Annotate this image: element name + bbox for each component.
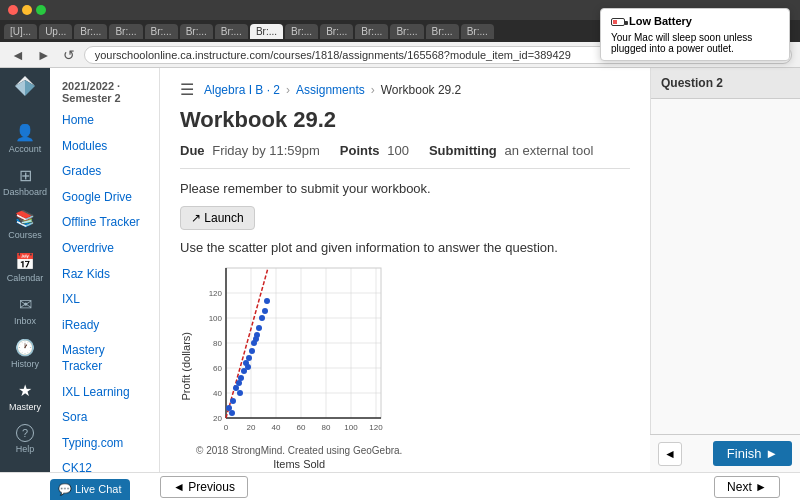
svg-point-45 — [264, 298, 270, 304]
history-icon: 🕐 — [15, 338, 35, 357]
svg-text:80: 80 — [213, 339, 222, 348]
svg-text:20: 20 — [213, 414, 222, 423]
sidebar-item-mastery[interactable]: ★ Mastery — [0, 375, 50, 418]
browser-tab-active[interactable]: Br:... — [250, 24, 283, 39]
reminder-text: Please remember to submit your workbook. — [180, 181, 630, 196]
svg-point-31 — [226, 405, 232, 411]
browser-tab[interactable]: Br:... — [74, 24, 107, 39]
left-nav: 👤 Account ⊞ Dashboard 📚 Courses 📅 Calend… — [0, 68, 50, 500]
browser-tab[interactable]: Up... — [39, 24, 72, 39]
sidebar-item-ixl[interactable]: IXL — [50, 287, 159, 313]
browser-tab[interactable]: Br:... — [180, 24, 213, 39]
sidebar: 2021/2022 · Semester 2 Home Modules Grad… — [50, 68, 160, 500]
launch-button[interactable]: ↗ Launch — [180, 206, 255, 230]
sidebar-item-mastery-tracker[interactable]: Mastery Tracker — [50, 338, 159, 379]
breadcrumb-current: Workbook 29.2 — [381, 83, 462, 97]
svg-point-33 — [233, 385, 239, 391]
mastery-icon: ★ — [18, 381, 32, 400]
browser-tab[interactable]: [U]... — [4, 24, 37, 39]
sidebar-item-typing[interactable]: Typing.com — [50, 431, 159, 457]
sidebar-item-dashboard[interactable]: ⊞ Dashboard — [0, 160, 50, 203]
reload-button[interactable]: ↺ — [60, 47, 78, 63]
live-chat-button[interactable]: 💬 Live Chat — [50, 479, 130, 500]
svg-text:60: 60 — [297, 423, 306, 432]
app-logo — [7, 72, 43, 111]
dashboard-icon: ⊞ — [19, 166, 32, 185]
points-label: Points 100 — [340, 143, 409, 158]
svg-point-42 — [256, 325, 262, 331]
svg-point-38 — [246, 355, 252, 361]
sidebar-item-courses[interactable]: 📚 Courses — [0, 203, 50, 246]
browser-tab[interactable]: Br:... — [285, 24, 318, 39]
main-content: ☰ Algebra I B · 2 › Assignments › Workbo… — [160, 68, 650, 500]
previous-button[interactable]: ◄ Previous — [160, 476, 248, 498]
x-axis-label: Items Sold — [196, 458, 402, 470]
next-button[interactable]: Next ► — [714, 476, 780, 498]
svg-point-46 — [229, 410, 235, 416]
breadcrumb-course[interactable]: Algebra I B · 2 — [204, 83, 280, 97]
svg-text:40: 40 — [213, 389, 222, 398]
account-icon: 👤 — [15, 123, 35, 142]
forward-button[interactable]: ► — [34, 47, 54, 63]
sidebar-item-modules[interactable]: Modules — [50, 134, 159, 160]
sidebar-item-help[interactable]: ? Help — [0, 418, 50, 460]
svg-text:0: 0 — [224, 423, 229, 432]
browser-tab[interactable]: Br:... — [461, 24, 494, 39]
svg-point-44 — [262, 308, 268, 314]
svg-text:120: 120 — [209, 289, 223, 298]
breadcrumb-sep: › — [286, 83, 290, 97]
browser-tab[interactable]: Br:... — [320, 24, 353, 39]
browser-tab[interactable]: Br:... — [145, 24, 178, 39]
svg-text:40: 40 — [272, 423, 281, 432]
breadcrumb-sep2: › — [371, 83, 375, 97]
sidebar-item-account[interactable]: 👤 Account — [0, 117, 50, 160]
svg-text:60: 60 — [213, 364, 222, 373]
sidebar-item-google-drive[interactable]: Google Drive — [50, 185, 159, 211]
sidebar-item-history[interactable]: 🕐 History — [0, 332, 50, 375]
assignment-title: Workbook 29.2 — [180, 107, 630, 133]
svg-point-47 — [237, 390, 243, 396]
sidebar-item-iready[interactable]: iReady — [50, 313, 159, 339]
notification-title: Low Battery — [629, 15, 692, 27]
sidebar-item-inbox[interactable]: ✉ Inbox — [0, 289, 50, 332]
due-label: Due Friday by 11:59pm — [180, 143, 320, 158]
right-panel-nav-footer: ◄ Finish ► — [650, 434, 800, 472]
submitting-label: Submitting an external tool — [429, 143, 593, 158]
finish-button[interactable]: Finish ► — [713, 441, 792, 466]
browser-tab[interactable]: Br:... — [390, 24, 423, 39]
back-button[interactable]: ◄ — [8, 47, 28, 63]
svg-point-39 — [249, 348, 255, 354]
sidebar-header: 2021/2022 · Semester 2 — [50, 76, 159, 108]
svg-text:120: 120 — [369, 423, 383, 432]
y-axis-label: Profit (dollars) — [180, 332, 192, 400]
browser-tab[interactable]: Br:... — [355, 24, 388, 39]
browser-tab[interactable]: Br:... — [109, 24, 142, 39]
svg-point-43 — [259, 315, 265, 321]
breadcrumb: ☰ Algebra I B · 2 › Assignments › Workbo… — [180, 80, 630, 99]
svg-point-48 — [245, 364, 251, 370]
sidebar-item-raz-kids[interactable]: Raz Kids — [50, 262, 159, 288]
sidebar-item-ixl-learning[interactable]: IXL Learning — [50, 380, 159, 406]
chart-svg: 20 40 60 80 100 120 0 20 40 60 80 100 12… — [196, 263, 402, 470]
sidebar-item-overdrive[interactable]: Overdrive — [50, 236, 159, 262]
right-panel-question: Question 2 — [651, 68, 800, 99]
assignment-meta: Due Friday by 11:59pm Points 100 Submitt… — [180, 143, 630, 169]
svg-text:80: 80 — [322, 423, 331, 432]
sidebar-item-home[interactable]: Home — [50, 108, 159, 134]
hamburger-icon[interactable]: ☰ — [180, 80, 194, 99]
battery-icon — [611, 18, 625, 26]
sidebar-item-calendar[interactable]: 📅 Calendar — [0, 246, 50, 289]
instruction-text: Use the scatter plot and given informati… — [180, 240, 630, 255]
sidebar-item-sora[interactable]: Sora — [50, 405, 159, 431]
sidebar-item-offline-tracker[interactable]: Offline Tracker — [50, 210, 159, 236]
browser-tab[interactable]: Br:... — [215, 24, 248, 39]
courses-icon: 📚 — [15, 209, 35, 228]
sidebar-item-grades[interactable]: Grades — [50, 159, 159, 185]
back-arrow-button[interactable]: ◄ — [658, 442, 682, 466]
svg-point-49 — [253, 336, 259, 342]
svg-text:20: 20 — [247, 423, 256, 432]
svg-point-35 — [238, 375, 244, 381]
chart-caption: © 2018 StrongMind. Created using GeoGebr… — [196, 445, 402, 456]
browser-tab[interactable]: Br:... — [426, 24, 459, 39]
breadcrumb-assignments[interactable]: Assignments — [296, 83, 365, 97]
